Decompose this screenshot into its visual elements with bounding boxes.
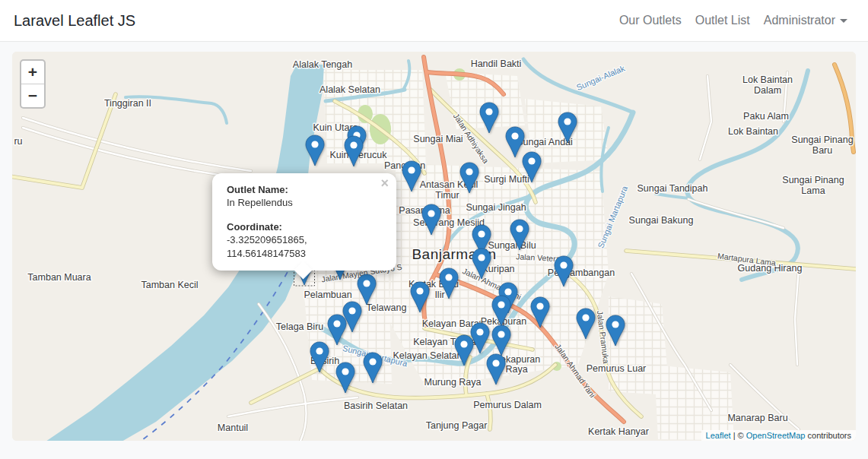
place-label: Dalam bbox=[754, 85, 781, 96]
marker-dot bbox=[428, 210, 434, 217]
marker-dot bbox=[342, 368, 348, 375]
marker-dot bbox=[363, 280, 370, 286]
marker-dot bbox=[492, 359, 499, 366]
marker-dot bbox=[560, 261, 567, 268]
caret-down-icon bbox=[840, 19, 847, 23]
app-brand[interactable]: Laravel Leaflet JS bbox=[14, 12, 135, 30]
marker-dot bbox=[504, 288, 511, 295]
attribution-divider: | © bbox=[733, 431, 744, 440]
place-label: Telawang bbox=[367, 302, 407, 313]
nav-our-outlets[interactable]: Our Outlets bbox=[612, 14, 688, 27]
place-label: Sungai Jingah bbox=[466, 202, 526, 213]
place-label: Sungai Miai bbox=[413, 134, 463, 144]
marker-dot bbox=[485, 108, 492, 115]
nav-administrator-dropdown[interactable]: Administrator bbox=[757, 14, 854, 27]
place-label: Manarap Baru bbox=[727, 413, 787, 423]
place-label: Pemurus Dalam bbox=[473, 400, 542, 410]
marker-dot bbox=[478, 230, 485, 237]
place-label: Tinggiran II bbox=[104, 98, 151, 109]
nav-administrator-label: Administrator bbox=[764, 14, 835, 27]
place-label: Telaga Biru bbox=[276, 321, 324, 332]
marker-dot bbox=[528, 157, 535, 164]
marker-dot bbox=[564, 118, 571, 125]
place-label: Handil Bakti bbox=[471, 59, 522, 69]
marker-dot bbox=[511, 132, 518, 139]
map[interactable]: Alalak TengahHandil BaktiAlalak SelatanL… bbox=[12, 52, 856, 441]
marker-dot bbox=[445, 274, 452, 280]
place-label: Sungai Pinang bbox=[791, 135, 853, 145]
place-label: Surgi Mufti bbox=[484, 174, 529, 185]
marker-dot bbox=[416, 287, 423, 294]
place-label: Alalak Selatan bbox=[320, 84, 380, 95]
place-label: Sungai Tandipah bbox=[637, 183, 708, 194]
place-label: Tamban Muara bbox=[27, 272, 91, 283]
nav-links: Our Outlets Outlet List Administrator bbox=[612, 14, 854, 27]
nav-outlet-list[interactable]: Outlet List bbox=[688, 14, 757, 27]
place-label: Sungai Andai bbox=[517, 137, 573, 147]
place-label: Raya bbox=[505, 364, 527, 375]
marker-dot bbox=[350, 141, 357, 148]
marker-dot bbox=[316, 347, 323, 354]
place-label: Baru bbox=[812, 145, 832, 156]
leaflet-link[interactable]: Leaflet bbox=[706, 431, 731, 440]
marker-dot bbox=[311, 141, 318, 147]
marker-dot bbox=[466, 168, 472, 175]
place-label: Lok Baintan bbox=[728, 126, 778, 137]
marker-dot bbox=[612, 321, 618, 328]
place-label: Paku Alam bbox=[743, 111, 789, 122]
marker-dot bbox=[516, 225, 523, 232]
zoom-control: + − bbox=[20, 59, 46, 109]
popup-close-button[interactable]: × bbox=[380, 178, 389, 188]
marker-dot bbox=[498, 331, 504, 337]
popup-coordinate-value: -3.325209651865, 114.56148147583 bbox=[227, 233, 382, 259]
marker-dot bbox=[582, 314, 589, 321]
attribution-suffix: contributors bbox=[808, 431, 851, 440]
popup-outlet-name-value: In Repellendus bbox=[227, 196, 382, 209]
marker-dot bbox=[408, 166, 415, 173]
place-label: Pemurus Luar bbox=[587, 363, 647, 374]
zoom-out-button[interactable]: − bbox=[21, 84, 44, 107]
place-label: Alalak Tengah bbox=[293, 59, 352, 70]
place-label: Mantuil bbox=[218, 423, 248, 433]
place-label: Kertak Hanyar bbox=[588, 426, 649, 437]
navbar: Laravel Leaflet JS Our Outlets Outlet Li… bbox=[0, 0, 868, 42]
place-label: Sungai Bakung bbox=[629, 215, 694, 226]
outlet-popup: × Outlet Name: In Repellendus Coordinate… bbox=[212, 173, 396, 271]
place-label: Pelambuan bbox=[304, 290, 351, 300]
place-label: Lama bbox=[801, 185, 825, 196]
osm-link[interactable]: OpenStreetMap bbox=[746, 431, 806, 440]
marker-dot bbox=[333, 320, 340, 327]
place-label: Tanjung Pagar bbox=[426, 420, 488, 431]
marker-dot bbox=[478, 254, 485, 261]
marker-dot bbox=[536, 302, 543, 309]
place-label: ru bbox=[14, 136, 22, 147]
map-canvas[interactable]: Alalak TengahHandil BaktiAlalak SelatanL… bbox=[12, 52, 856, 441]
place-label: Murung Raya bbox=[424, 377, 481, 388]
place-label: Ilir bbox=[434, 290, 444, 300]
map-attribution: Leaflet | © OpenStreetMap contributors bbox=[701, 430, 856, 441]
popup-outlet-name-label: Outlet Name: bbox=[227, 183, 382, 196]
place-label: Timur bbox=[435, 190, 459, 201]
marker-dot bbox=[348, 307, 355, 314]
marker-dot bbox=[460, 340, 467, 347]
popup-coordinate-label: Coordinate: bbox=[227, 220, 382, 233]
place-label: Basirih Selatan bbox=[344, 400, 408, 411]
place-label: Sungai Pinang bbox=[782, 175, 844, 185]
place-label: Tamban Kecil bbox=[141, 280, 198, 290]
marker-dot bbox=[476, 328, 483, 335]
popup-content: Outlet Name: In Repellendus Coordinate: … bbox=[212, 173, 396, 271]
zoom-in-button[interactable]: + bbox=[21, 61, 44, 84]
place-label: Lok Baintan bbox=[742, 74, 793, 85]
marker-dot bbox=[369, 358, 376, 365]
marker-dot bbox=[498, 301, 504, 308]
